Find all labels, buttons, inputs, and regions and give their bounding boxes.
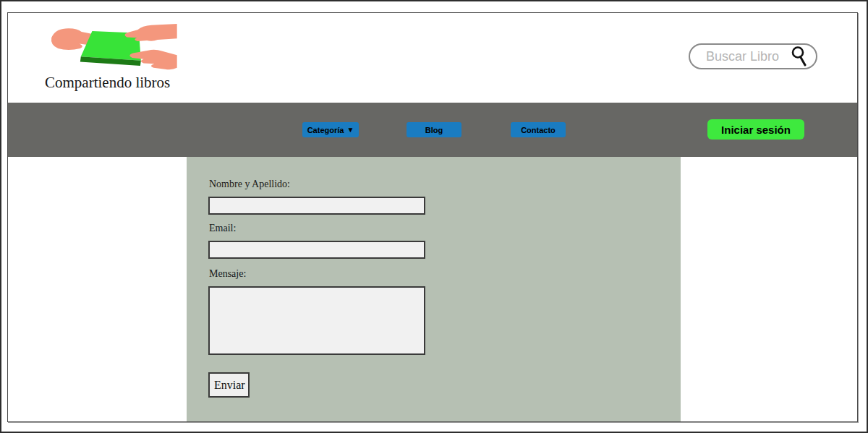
nav-button-contacto[interactable]: Contacto <box>511 122 566 137</box>
search-icon <box>791 46 809 68</box>
search-box <box>689 43 817 69</box>
nav-contacto-label: Contacto <box>521 126 556 134</box>
caret-down-icon: ▼ <box>346 127 354 134</box>
message-field-label: Mensaje: <box>209 268 246 280</box>
nav-button-categoria[interactable]: Categoría ▼ <box>302 122 359 137</box>
page-frame: Compartiendo libros Categoría ▼ Blog Con… <box>7 12 858 422</box>
submit-button[interactable]: Enviar <box>208 372 250 398</box>
nav-blog-label: Blog <box>425 126 443 134</box>
main-navbar: Categoría ▼ Blog Contacto Iniciar sesión <box>8 103 857 157</box>
nav-button-blog[interactable]: Blog <box>407 122 461 137</box>
name-field-label: Nombre y Apellido: <box>209 179 290 190</box>
name-field[interactable] <box>208 197 425 215</box>
search-input[interactable] <box>690 49 788 64</box>
email-field-label: Email: <box>209 223 236 234</box>
message-field[interactable] <box>208 286 425 355</box>
search-button[interactable] <box>791 46 809 68</box>
login-button[interactable]: Iniciar sesión <box>707 119 804 140</box>
contact-form-panel: Nombre y Apellido: Email: Mensaje: Envia… <box>187 157 681 421</box>
nav-categoria-label: Categoría <box>307 126 344 134</box>
email-field[interactable] <box>208 241 425 259</box>
brand-title: Compartiendo libros <box>45 74 170 92</box>
